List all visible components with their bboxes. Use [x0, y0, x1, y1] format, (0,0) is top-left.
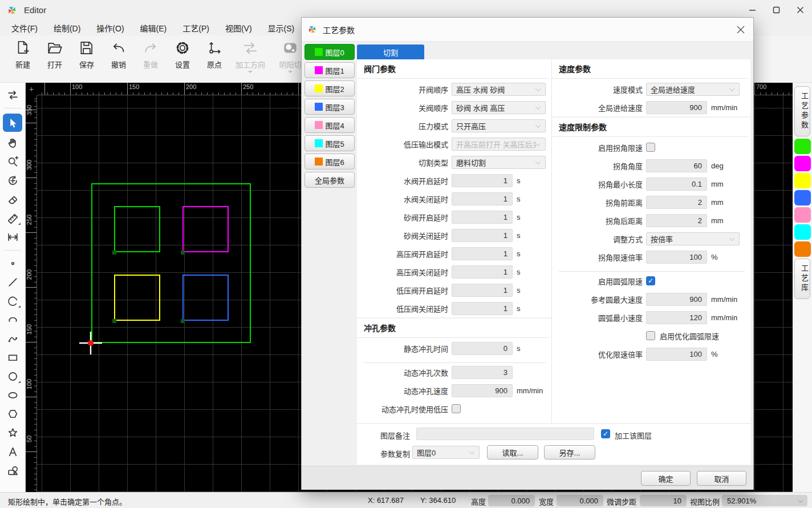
input-拐角前距离[interactable] — [646, 196, 707, 209]
layer-color-swatch-6[interactable] — [794, 241, 811, 257]
layer-button-图层4[interactable]: 图层4 — [304, 117, 355, 133]
tool-swap-arrows[interactable] — [3, 87, 22, 103]
dropdown-开阀顺序[interactable]: 高压 水阀 砂阀 — [452, 83, 546, 96]
checkbox-启用拐角限速[interactable] — [646, 143, 655, 152]
tool-rectangle[interactable] — [3, 350, 22, 365]
tab-cut[interactable]: 切割 — [357, 45, 424, 59]
toolbar-button-新建[interactable]: 新建 — [8, 35, 38, 82]
input-砂阀关闭延时[interactable] — [452, 229, 513, 242]
layer-button-图层0[interactable]: 图层0 — [304, 44, 355, 60]
tool-eraser[interactable] — [3, 192, 22, 207]
menu-item[interactable]: 编辑(E) — [132, 21, 175, 35]
layer-color-swatch-1[interactable] — [794, 156, 811, 171]
input-动态冲孔次数[interactable] — [452, 366, 513, 379]
input-动态冲孔速度[interactable] — [452, 384, 513, 397]
menu-item[interactable]: 视图(V) — [217, 21, 260, 35]
dropdown-压力模式[interactable]: 只开高压 — [452, 119, 546, 132]
dropdown-切割类型[interactable]: 磨料切割 — [452, 156, 546, 169]
chevron-down-icon — [729, 86, 735, 91]
input-圆弧最小速度[interactable] — [646, 311, 707, 324]
tool-arc-open[interactable] — [3, 312, 22, 328]
tool-polygon[interactable] — [3, 406, 22, 422]
layer-button-图层3[interactable]: 图层3 — [304, 99, 355, 115]
layer-color-swatch-0[interactable] — [794, 139, 811, 154]
input-全局进给速度[interactable] — [646, 101, 707, 114]
input-优化限速倍率[interactable] — [646, 348, 707, 361]
layer-remark-input[interactable] — [416, 428, 594, 440]
tool-point[interactable] — [3, 256, 22, 271]
checkbox-启用优化圆弧限速[interactable] — [646, 331, 655, 340]
tool-shape-group[interactable] — [3, 463, 22, 478]
tool-pan-hand[interactable] — [3, 135, 22, 151]
layer-color-swatch-3[interactable] — [794, 190, 811, 205]
toolbar-button-原点[interactable]: 原点 — [200, 35, 229, 82]
toolbar-button-设置[interactable]: 设置 — [168, 35, 197, 82]
view-scale-dropdown[interactable]: 52.901% — [722, 495, 807, 506]
cancel-button[interactable]: 取消 — [697, 471, 746, 486]
tool-select-cursor[interactable] — [3, 114, 22, 132]
checkbox-启用圆弧限速[interactable] — [646, 276, 655, 285]
layer-color-swatch-5[interactable] — [794, 224, 811, 240]
menu-item[interactable]: 工艺(P) — [174, 21, 217, 35]
layer-button-图层6[interactable]: 图层6 — [304, 154, 355, 170]
dropdown-关阀顺序[interactable]: 砂阀 水阀 高压 — [452, 101, 546, 114]
tool-zoom-magnifier[interactable] — [3, 154, 22, 170]
field-label: 高压阀开启延时 — [357, 248, 448, 259]
input-高压阀关闭延时[interactable] — [452, 265, 513, 279]
input-拐角最小长度[interactable] — [646, 178, 707, 191]
toolbar-button-保存[interactable]: 保存 — [72, 35, 102, 82]
dropdown-速度模式[interactable]: 全局进给速度 — [646, 83, 740, 96]
input-低压阀关闭延时[interactable] — [452, 302, 513, 315]
input-水阀关闭延时[interactable] — [452, 192, 513, 205]
process-params-panel-button[interactable]: 工艺参数 — [794, 86, 810, 136]
input-高压阀开启延时[interactable] — [452, 247, 513, 260]
layer-swatch — [315, 139, 323, 147]
maximize-button[interactable] — [764, 0, 788, 20]
menu-item[interactable]: 绘制(D) — [46, 21, 88, 35]
nudge-step-field[interactable]: 10 — [640, 495, 687, 506]
tool-circle[interactable] — [3, 369, 22, 384]
process-this-layer-checkbox[interactable] — [601, 429, 610, 438]
tool-line[interactable] — [3, 275, 22, 290]
toolbar-button-撤销[interactable]: 撤销 — [104, 35, 133, 82]
input-参考圆最大速度[interactable] — [646, 293, 707, 306]
input-砂阀开启延时[interactable] — [452, 211, 513, 224]
param-copy-dropdown[interactable]: 图层0 — [412, 446, 480, 459]
read-button[interactable]: 读取... — [487, 445, 538, 459]
layer-color-swatch-2[interactable] — [794, 173, 811, 188]
checkbox-动态冲孔时使用低压[interactable] — [452, 404, 461, 413]
layer-button-图层1[interactable]: 图层1 — [304, 62, 355, 78]
input-静态冲孔时间[interactable] — [452, 342, 513, 355]
menu-item[interactable]: 文件(F) — [3, 21, 46, 35]
layer-button-图层2[interactable]: 图层2 — [304, 80, 355, 96]
swap-arrows-icon — [7, 89, 19, 101]
layer-color-swatch-4[interactable] — [794, 207, 811, 223]
layer-button-图层5[interactable]: 图层5 — [304, 135, 355, 151]
tool-star[interactable] — [3, 425, 22, 441]
toolbar-button-打开[interactable]: 打开 — [40, 35, 70, 82]
layer-button-全局参数[interactable]: 全局参数 — [304, 172, 355, 188]
tool-arc[interactable] — [3, 293, 22, 309]
width-field[interactable]: 0.000 — [557, 495, 603, 506]
tool-bezier-curve[interactable] — [3, 331, 22, 346]
open-folder-icon — [46, 39, 63, 57]
ok-button[interactable]: 确定 — [641, 471, 691, 486]
input-拐角限速倍率[interactable] — [646, 251, 707, 264]
input-低压阀开启延时[interactable] — [452, 284, 513, 297]
tool-text[interactable] — [3, 444, 22, 459]
dialog-close-button[interactable] — [732, 21, 750, 39]
menu-item[interactable]: 显示(S) — [260, 21, 303, 35]
input-拐角后距离[interactable] — [646, 214, 707, 227]
tool-center-view[interactable] — [3, 173, 22, 188]
process-library-panel-button[interactable]: 工艺库 — [794, 259, 810, 299]
input-水阀开启延时[interactable] — [452, 174, 513, 187]
input-拐角角度[interactable] — [646, 159, 707, 172]
tool-ruler[interactable] — [3, 211, 22, 226]
dropdown-调整方式[interactable]: 按倍率 — [646, 232, 740, 245]
tool-measure-distance[interactable] — [3, 229, 22, 245]
close-button[interactable] — [788, 0, 812, 20]
menu-item[interactable]: 操作(O) — [88, 21, 132, 35]
save-as-button[interactable]: 另存... — [544, 445, 595, 459]
tool-ellipse[interactable] — [3, 388, 22, 403]
height-field[interactable]: 0.000 — [488, 495, 535, 506]
